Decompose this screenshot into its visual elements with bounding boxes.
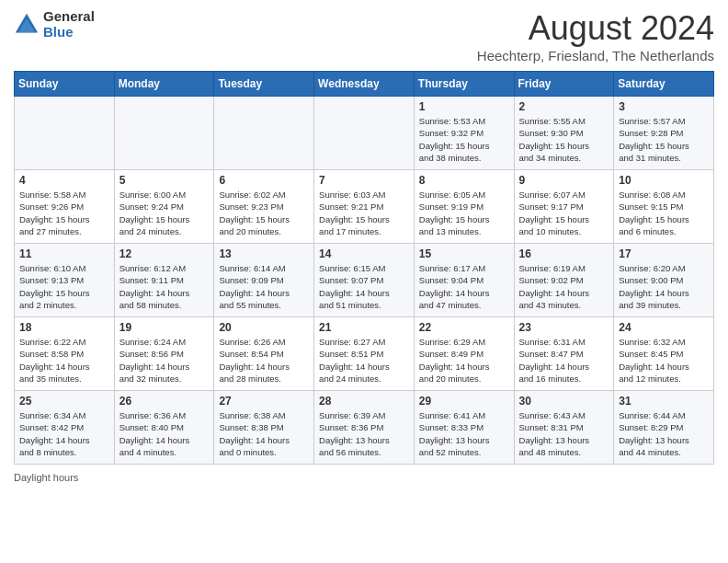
calendar-cell: 6Sunrise: 6:02 AM Sunset: 9:23 PM Daylig… <box>214 170 314 244</box>
calendar-cell: 22Sunrise: 6:29 AM Sunset: 8:49 PM Dayli… <box>414 317 514 391</box>
day-info: Sunrise: 6:19 AM Sunset: 9:02 PM Dayligh… <box>519 262 609 311</box>
header-day-friday: Friday <box>514 72 614 97</box>
calendar-cell: 14Sunrise: 6:15 AM Sunset: 9:07 PM Dayli… <box>314 244 415 317</box>
day-number: 12 <box>119 247 210 260</box>
day-number: 19 <box>119 321 210 334</box>
logo: General Blue <box>14 9 95 40</box>
calendar-cell: 4Sunrise: 5:58 AM Sunset: 9:26 PM Daylig… <box>15 170 115 244</box>
calendar-cell: 1Sunrise: 5:53 AM Sunset: 9:32 PM Daylig… <box>414 97 514 170</box>
day-number: 2 <box>519 100 609 113</box>
calendar-cell: 27Sunrise: 6:38 AM Sunset: 8:38 PM Dayli… <box>214 391 314 465</box>
day-info: Sunrise: 6:39 AM Sunset: 8:36 PM Dayligh… <box>319 409 409 458</box>
day-info: Sunrise: 6:05 AM Sunset: 9:19 PM Dayligh… <box>419 189 509 237</box>
calendar-cell: 30Sunrise: 6:43 AM Sunset: 8:31 PM Dayli… <box>514 391 614 465</box>
day-info: Sunrise: 6:08 AM Sunset: 9:15 PM Dayligh… <box>619 189 709 237</box>
calendar-cell <box>214 97 314 170</box>
day-info: Sunrise: 6:29 AM Sunset: 8:49 PM Dayligh… <box>419 336 509 385</box>
header-day-monday: Monday <box>114 72 214 97</box>
day-info: Sunrise: 6:12 AM Sunset: 9:11 PM Dayligh… <box>119 262 210 311</box>
calendar-cell: 8Sunrise: 6:05 AM Sunset: 9:19 PM Daylig… <box>414 170 514 244</box>
day-number: 25 <box>19 395 109 408</box>
day-info: Sunrise: 6:10 AM Sunset: 9:13 PM Dayligh… <box>19 262 109 311</box>
day-info: Sunrise: 6:02 AM Sunset: 9:23 PM Dayligh… <box>219 189 309 237</box>
day-number: 3 <box>619 100 709 113</box>
logo-icon <box>14 12 40 38</box>
day-number: 21 <box>319 321 409 334</box>
day-info: Sunrise: 6:27 AM Sunset: 8:51 PM Dayligh… <box>319 336 409 385</box>
week-row-1: 1Sunrise: 5:53 AM Sunset: 9:32 PM Daylig… <box>15 97 714 170</box>
day-info: Sunrise: 6:41 AM Sunset: 8:33 PM Dayligh… <box>419 409 509 458</box>
calendar-table: SundayMondayTuesdayWednesdayThursdayFrid… <box>14 71 714 465</box>
header: General Blue August 2024 Heechterp, Frie… <box>14 9 714 63</box>
calendar-cell: 9Sunrise: 6:07 AM Sunset: 9:17 PM Daylig… <box>514 170 614 244</box>
logo-blue-text: Blue <box>43 25 95 40</box>
day-info: Sunrise: 6:20 AM Sunset: 9:00 PM Dayligh… <box>619 262 709 311</box>
day-info: Sunrise: 6:24 AM Sunset: 8:56 PM Dayligh… <box>119 336 210 385</box>
main-title: August 2024 <box>477 9 714 48</box>
day-number: 29 <box>419 395 509 408</box>
day-number: 26 <box>119 395 210 408</box>
title-area: August 2024 Heechterp, Friesland, The Ne… <box>477 9 714 63</box>
day-number: 6 <box>219 174 309 187</box>
calendar-cell: 5Sunrise: 6:00 AM Sunset: 9:24 PM Daylig… <box>114 170 214 244</box>
day-number: 1 <box>419 100 509 113</box>
day-info: Sunrise: 6:03 AM Sunset: 9:21 PM Dayligh… <box>319 189 409 237</box>
calendar-cell: 24Sunrise: 6:32 AM Sunset: 8:45 PM Dayli… <box>614 317 714 391</box>
week-row-2: 4Sunrise: 5:58 AM Sunset: 9:26 PM Daylig… <box>15 170 714 244</box>
day-info: Sunrise: 6:31 AM Sunset: 8:47 PM Dayligh… <box>519 336 609 385</box>
day-info: Sunrise: 5:53 AM Sunset: 9:32 PM Dayligh… <box>419 115 509 164</box>
day-number: 23 <box>519 321 609 334</box>
calendar-cell <box>114 97 214 170</box>
day-number: 9 <box>519 174 609 187</box>
day-number: 7 <box>319 174 409 187</box>
calendar-cell: 28Sunrise: 6:39 AM Sunset: 8:36 PM Dayli… <box>314 391 415 465</box>
day-number: 14 <box>319 247 409 260</box>
calendar-cell: 12Sunrise: 6:12 AM Sunset: 9:11 PM Dayli… <box>114 244 214 317</box>
day-info: Sunrise: 6:36 AM Sunset: 8:40 PM Dayligh… <box>119 409 210 458</box>
day-number: 30 <box>519 395 609 408</box>
day-info: Sunrise: 6:15 AM Sunset: 9:07 PM Dayligh… <box>319 262 409 311</box>
day-info: Sunrise: 6:26 AM Sunset: 8:54 PM Dayligh… <box>219 336 309 385</box>
calendar-cell: 29Sunrise: 6:41 AM Sunset: 8:33 PM Dayli… <box>414 391 514 465</box>
day-number: 24 <box>619 321 709 334</box>
header-row: SundayMondayTuesdayWednesdayThursdayFrid… <box>15 72 714 97</box>
day-info: Sunrise: 6:07 AM Sunset: 9:17 PM Dayligh… <box>519 189 609 237</box>
header-day-tuesday: Tuesday <box>214 72 314 97</box>
calendar-cell: 13Sunrise: 6:14 AM Sunset: 9:09 PM Dayli… <box>214 244 314 317</box>
calendar-cell: 10Sunrise: 6:08 AM Sunset: 9:15 PM Dayli… <box>614 170 714 244</box>
subtitle: Heechterp, Friesland, The Netherlands <box>477 48 714 63</box>
calendar-cell <box>15 97 115 170</box>
day-number: 15 <box>419 247 509 260</box>
day-number: 20 <box>219 321 309 334</box>
calendar-cell: 31Sunrise: 6:44 AM Sunset: 8:29 PM Dayli… <box>614 391 714 465</box>
daylight-label: Daylight hours <box>14 472 78 483</box>
day-number: 13 <box>219 247 309 260</box>
day-info: Sunrise: 5:58 AM Sunset: 9:26 PM Dayligh… <box>19 189 109 237</box>
day-number: 8 <box>419 174 509 187</box>
day-number: 31 <box>619 395 709 408</box>
day-number: 11 <box>19 247 109 260</box>
calendar-cell: 15Sunrise: 6:17 AM Sunset: 9:04 PM Dayli… <box>414 244 514 317</box>
day-info: Sunrise: 6:43 AM Sunset: 8:31 PM Dayligh… <box>519 409 609 458</box>
day-info: Sunrise: 6:38 AM Sunset: 8:38 PM Dayligh… <box>219 409 309 458</box>
footer: Daylight hours <box>14 472 714 483</box>
day-info: Sunrise: 5:55 AM Sunset: 9:30 PM Dayligh… <box>519 115 609 164</box>
day-info: Sunrise: 6:17 AM Sunset: 9:04 PM Dayligh… <box>419 262 509 311</box>
day-info: Sunrise: 6:22 AM Sunset: 8:58 PM Dayligh… <box>19 336 109 385</box>
day-number: 18 <box>19 321 109 334</box>
calendar-cell: 21Sunrise: 6:27 AM Sunset: 8:51 PM Dayli… <box>314 317 415 391</box>
calendar-cell <box>314 97 415 170</box>
header-day-wednesday: Wednesday <box>314 72 415 97</box>
day-number: 10 <box>619 174 709 187</box>
day-info: Sunrise: 6:44 AM Sunset: 8:29 PM Dayligh… <box>619 409 709 458</box>
week-row-5: 25Sunrise: 6:34 AM Sunset: 8:42 PM Dayli… <box>15 391 714 465</box>
header-day-thursday: Thursday <box>414 72 514 97</box>
week-row-4: 18Sunrise: 6:22 AM Sunset: 8:58 PM Dayli… <box>15 317 714 391</box>
header-day-saturday: Saturday <box>614 72 714 97</box>
calendar-cell: 26Sunrise: 6:36 AM Sunset: 8:40 PM Dayli… <box>114 391 214 465</box>
day-number: 17 <box>619 247 709 260</box>
week-row-3: 11Sunrise: 6:10 AM Sunset: 9:13 PM Dayli… <box>15 244 714 317</box>
day-number: 28 <box>319 395 409 408</box>
calendar-cell: 11Sunrise: 6:10 AM Sunset: 9:13 PM Dayli… <box>15 244 115 317</box>
calendar-cell: 16Sunrise: 6:19 AM Sunset: 9:02 PM Dayli… <box>514 244 614 317</box>
